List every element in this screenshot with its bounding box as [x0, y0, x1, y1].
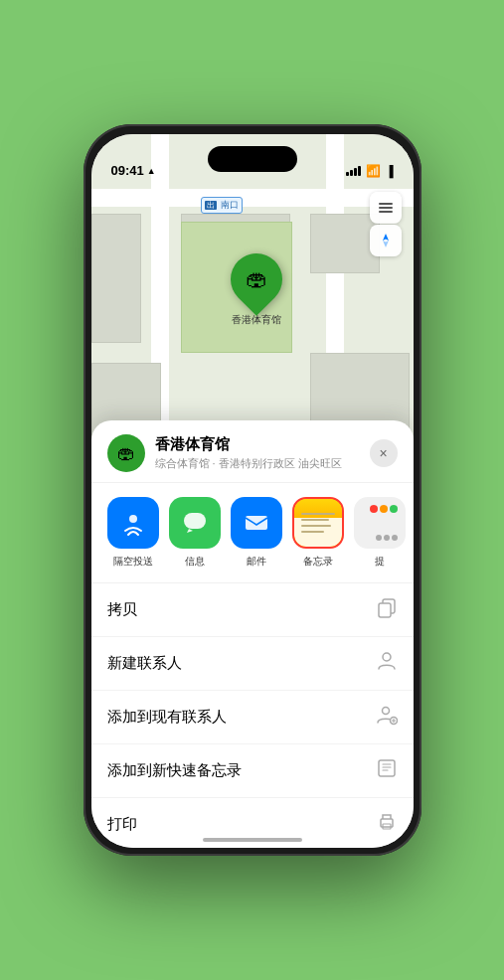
person-add-icon	[376, 704, 398, 731]
copy-icon	[376, 596, 398, 623]
svg-point-8	[383, 653, 391, 661]
building-3	[91, 214, 141, 343]
layers-button[interactable]	[370, 192, 402, 224]
location-pin: 🏟 香港体育馆	[231, 253, 282, 327]
svg-point-3	[129, 515, 137, 523]
signal-bar-1	[346, 172, 349, 176]
svg-rect-0	[379, 203, 393, 205]
status-icons: 📶 ▐	[346, 164, 394, 178]
home-indicator	[203, 838, 302, 842]
action-list: 拷贝 新建联系人	[91, 583, 414, 848]
new-contact-label: 新建联系人	[107, 654, 376, 673]
notes-label: 备忘录	[303, 555, 333, 569]
map-controls	[370, 192, 402, 256]
status-time: 09:41 ▲	[111, 163, 156, 178]
pin-inner: 🏟	[246, 266, 267, 292]
signal-bar-2	[350, 170, 353, 176]
map-label: 出 南口	[201, 197, 244, 214]
action-add-contact[interactable]: 添加到现有联系人	[91, 691, 414, 744]
signal-bar-3	[354, 168, 357, 176]
svg-rect-7	[379, 603, 391, 617]
messages-label: 信息	[185, 555, 205, 569]
more-icon	[354, 497, 406, 549]
location-subtitle: 综合体育馆 · 香港特别行政区 油尖旺区	[155, 456, 370, 471]
bottom-sheet: 🏟 香港体育馆 综合体育馆 · 香港特别行政区 油尖旺区 ×	[91, 420, 414, 848]
print-icon	[376, 811, 398, 838]
close-button[interactable]: ×	[370, 439, 398, 467]
share-messages[interactable]: 信息	[169, 497, 221, 569]
svg-rect-4	[184, 513, 206, 529]
battery-icon: ▐	[386, 165, 394, 177]
quick-note-label: 添加到新快速备忘录	[107, 761, 376, 780]
print-label: 打印	[107, 815, 376, 834]
airdrop-label: 隔空投送	[113, 555, 153, 569]
note-icon	[376, 757, 398, 784]
add-contact-label: 添加到现有联系人	[107, 708, 376, 727]
svg-rect-5	[246, 516, 267, 530]
location-name: 香港体育馆	[155, 435, 370, 454]
svg-rect-2	[379, 211, 393, 213]
signal-bars	[346, 166, 361, 176]
more-label: 提	[375, 555, 385, 569]
road-horizontal-1	[91, 189, 414, 207]
location-header: 🏟 香港体育馆 综合体育馆 · 香港特别行政区 油尖旺区 ×	[91, 420, 414, 483]
phone-screen: 09:41 ▲ 📶 ▐	[91, 134, 414, 848]
dynamic-island	[208, 146, 297, 172]
share-notes[interactable]: 备忘录	[292, 497, 344, 569]
action-new-contact[interactable]: 新建联系人	[91, 637, 414, 691]
person-icon	[376, 650, 398, 677]
messages-icon	[169, 497, 221, 549]
time-display: 09:41	[111, 163, 144, 178]
share-row: 隔空投送 信息	[91, 483, 414, 583]
wifi-icon: 📶	[366, 164, 381, 178]
svg-point-9	[382, 708, 389, 715]
location-header-icon: 🏟	[107, 434, 145, 472]
pin-circle: 🏟	[220, 243, 293, 316]
location-info: 香港体育馆 综合体育馆 · 香港特别行政区 油尖旺区	[155, 435, 370, 471]
location-arrow-icon: ▲	[147, 166, 156, 176]
airdrop-icon	[107, 497, 159, 549]
svg-rect-11	[379, 760, 395, 776]
copy-label: 拷贝	[107, 600, 376, 619]
svg-rect-1	[379, 207, 393, 209]
share-mail[interactable]: 邮件	[231, 497, 282, 569]
notes-icon	[292, 497, 344, 549]
action-copy[interactable]: 拷贝	[91, 583, 414, 637]
phone-frame: 09:41 ▲ 📶 ▐	[84, 124, 421, 856]
share-more[interactable]: 提	[354, 497, 406, 569]
location-button[interactable]	[370, 225, 402, 256]
action-quick-note[interactable]: 添加到新快速备忘录	[91, 744, 414, 798]
signal-bar-4	[358, 166, 361, 176]
mail-label: 邮件	[247, 555, 266, 569]
mail-icon	[231, 497, 282, 549]
share-airdrop[interactable]: 隔空投送	[107, 497, 159, 569]
